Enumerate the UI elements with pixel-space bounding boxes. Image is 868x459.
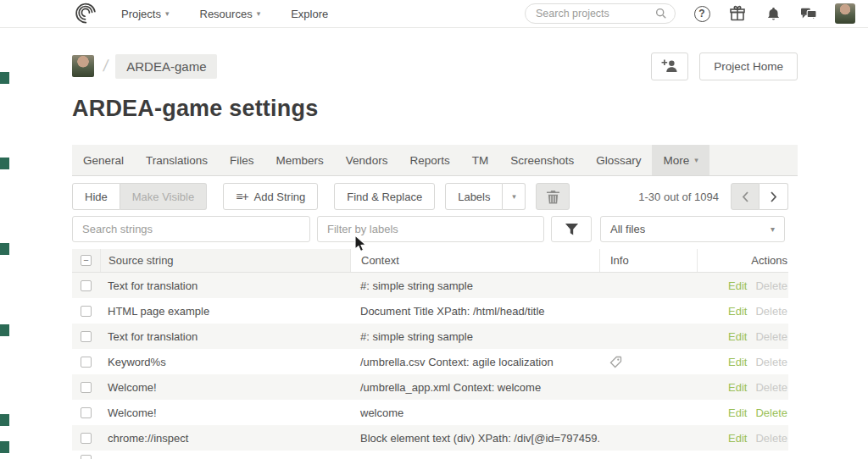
delete-link[interactable]: Delete [755, 432, 787, 445]
table-row: Welcome! /umbrella_app.xml Context: welc… [72, 374, 788, 400]
table-row: Keyword%s /umbrella.csv Context: agile l… [72, 349, 788, 374]
row-checkbox[interactable] [81, 331, 92, 342]
file-filter-select[interactable]: All files ▾ [600, 216, 785, 242]
tab-vendors[interactable]: Vendors [335, 145, 399, 175]
context-cell: welcome [350, 406, 599, 419]
edit-link[interactable]: Edit [728, 381, 747, 394]
row-checkbox[interactable] [81, 382, 92, 393]
source-string-cell[interactable]: Welcome! [100, 406, 350, 419]
nav-projects[interactable]: Projects ▾ [121, 8, 170, 20]
delete-link[interactable]: Delete [755, 381, 787, 394]
filter-row: All files ▾ [72, 216, 788, 242]
add-string-label: Add String [254, 191, 306, 203]
source-string-cell[interactable]: chrome://inspect [100, 432, 350, 445]
labels-caret-button[interactable]: ▾ [503, 183, 526, 210]
tab-translations[interactable]: Translations [135, 145, 219, 175]
source-string-cell[interactable]: Welcome! [100, 381, 350, 394]
find-replace-button[interactable]: Find & Replace [334, 183, 435, 210]
question-mark-icon: ? [694, 6, 710, 22]
row-checkbox-cell [72, 331, 100, 342]
edit-link[interactable]: Edit [728, 406, 747, 419]
row-actions: Edit Delete [697, 279, 788, 292]
labels-button[interactable]: Labels [445, 183, 503, 210]
delete-link[interactable]: Delete [755, 330, 787, 343]
source-string-header[interactable]: Source string [100, 249, 350, 272]
tab-glossary[interactable]: Glossary [585, 145, 652, 175]
info-header: Info [599, 249, 697, 272]
delete-link[interactable]: Delete [755, 279, 787, 292]
row-checkbox-cell [72, 306, 100, 317]
delete-link[interactable]: Delete [755, 305, 787, 318]
row-actions: Edit Delete [697, 381, 788, 394]
make-visible-button[interactable]: Make Visible [120, 183, 207, 210]
tab-files[interactable]: Files [219, 145, 265, 175]
project-home-button[interactable]: Project Home [699, 53, 798, 80]
chevron-down-icon: ▾ [771, 225, 775, 234]
row-checkbox-cell [72, 407, 100, 418]
advanced-filter-button[interactable] [551, 216, 592, 242]
source-string-cell[interactable]: Text for translation [100, 330, 350, 343]
tab-screenshots[interactable]: Screenshots [499, 145, 585, 175]
prev-page-button[interactable] [731, 183, 760, 210]
table-body: Text for translation #: simple string sa… [72, 273, 788, 451]
nav-explore[interactable]: Explore [291, 8, 328, 20]
delete-link[interactable]: Delete [755, 356, 787, 368]
breadcrumb-separator: / [102, 57, 109, 75]
row-checkbox[interactable] [81, 433, 92, 444]
trash-icon [547, 190, 559, 204]
tab-members[interactable]: Members [265, 145, 335, 175]
breadcrumb: / ARDEA-game Project Home [72, 52, 798, 80]
chevron-down-icon: ▾ [165, 10, 170, 18]
edge-marker [0, 441, 9, 453]
context-cell: /umbrella_app.xml Context: welcome [350, 381, 599, 394]
row-checkbox[interactable] [81, 357, 92, 368]
search-strings-input[interactable] [82, 223, 300, 235]
nav-resources-label: Resources [200, 8, 253, 20]
delete-strings-button[interactable] [536, 183, 570, 210]
filter-labels-input[interactable] [327, 223, 534, 235]
context-cell: Document Title XPath: /html/head/title [350, 305, 599, 318]
messages-icon[interactable] [799, 4, 818, 23]
hide-button[interactable]: Hide [72, 183, 120, 210]
row-checkbox[interactable] [81, 407, 92, 418]
search-strings-field[interactable] [72, 216, 310, 242]
add-string-button[interactable]: ≡+ Add String [223, 183, 318, 210]
select-all-checkbox[interactable]: − [81, 255, 92, 266]
row-checkbox[interactable] [81, 455, 92, 459]
funnel-icon [565, 223, 579, 236]
crowdin-logo[interactable] [72, 2, 97, 25]
edit-link[interactable]: Edit [728, 279, 747, 292]
row-checkbox[interactable] [81, 306, 92, 317]
context-header[interactable]: Context [350, 249, 599, 272]
source-string-cell[interactable]: Text for translation [100, 279, 350, 292]
next-page-button[interactable] [760, 183, 788, 210]
tab-tm[interactable]: TM [461, 145, 500, 175]
project-avatar[interactable] [72, 55, 94, 77]
gift-icon[interactable] [728, 4, 747, 23]
help-icon[interactable]: ? [693, 4, 711, 23]
table-row: chrome://inspect Block element text (div… [72, 425, 788, 451]
notifications-bell-icon[interactable] [764, 4, 782, 23]
tab-label: Files [230, 154, 254, 167]
project-search[interactable] [525, 3, 676, 24]
nav-resources[interactable]: Resources ▾ [200, 8, 261, 20]
source-string-cell[interactable]: Keyword%s [100, 356, 350, 368]
context-cell: /umbrella.csv Context: agile localizatio… [350, 356, 599, 368]
visibility-button-group: Hide Make Visible [72, 183, 207, 210]
edit-link[interactable]: Edit [728, 432, 747, 445]
breadcrumb-project[interactable]: ARDEA-game [115, 54, 217, 79]
project-search-input[interactable] [536, 8, 655, 19]
edit-link[interactable]: Edit [728, 305, 747, 318]
edit-link[interactable]: Edit [728, 356, 747, 368]
source-string-cell[interactable]: HTML page example [100, 305, 350, 318]
edit-link[interactable]: Edit [728, 330, 747, 343]
delete-link[interactable]: Delete [755, 406, 787, 419]
tab-more[interactable]: More ▾ [652, 145, 709, 175]
tab-general[interactable]: General [72, 145, 135, 175]
filter-labels-field[interactable] [317, 216, 544, 242]
user-avatar[interactable] [835, 3, 855, 24]
tab-reports[interactable]: Reports [398, 145, 460, 175]
row-checkbox[interactable] [81, 280, 92, 291]
partial-next-row [72, 451, 788, 459]
invite-member-button[interactable] [651, 53, 688, 80]
